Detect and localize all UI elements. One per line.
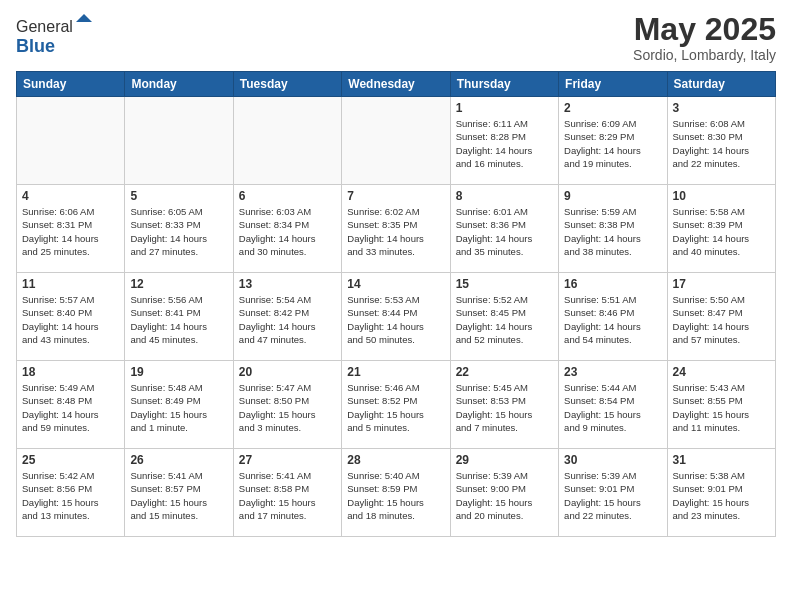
calendar-cell: 18Sunrise: 5:49 AM Sunset: 8:48 PM Dayli… [17,361,125,449]
weekday-header-tuesday: Tuesday [233,72,341,97]
day-info: Sunrise: 5:49 AM Sunset: 8:48 PM Dayligh… [22,381,119,434]
weekday-header-wednesday: Wednesday [342,72,450,97]
day-info: Sunrise: 6:01 AM Sunset: 8:36 PM Dayligh… [456,205,553,258]
calendar-cell: 7Sunrise: 6:02 AM Sunset: 8:35 PM Daylig… [342,185,450,273]
calendar-cell: 31Sunrise: 5:38 AM Sunset: 9:01 PM Dayli… [667,449,775,537]
week-row-0: 1Sunrise: 6:11 AM Sunset: 8:28 PM Daylig… [17,97,776,185]
day-number: 1 [456,101,553,115]
week-row-2: 11Sunrise: 5:57 AM Sunset: 8:40 PM Dayli… [17,273,776,361]
logo-blue-text: Blue [16,36,55,56]
calendar-cell: 17Sunrise: 5:50 AM Sunset: 8:47 PM Dayli… [667,273,775,361]
day-info: Sunrise: 5:56 AM Sunset: 8:41 PM Dayligh… [130,293,227,346]
day-number: 21 [347,365,444,379]
day-number: 16 [564,277,661,291]
calendar-cell: 22Sunrise: 5:45 AM Sunset: 8:53 PM Dayli… [450,361,558,449]
day-info: Sunrise: 5:48 AM Sunset: 8:49 PM Dayligh… [130,381,227,434]
day-number: 15 [456,277,553,291]
calendar-cell: 9Sunrise: 5:59 AM Sunset: 8:38 PM Daylig… [559,185,667,273]
calendar-cell: 16Sunrise: 5:51 AM Sunset: 8:46 PM Dayli… [559,273,667,361]
day-info: Sunrise: 5:41 AM Sunset: 8:58 PM Dayligh… [239,469,336,522]
day-info: Sunrise: 6:03 AM Sunset: 8:34 PM Dayligh… [239,205,336,258]
calendar-cell: 4Sunrise: 6:06 AM Sunset: 8:31 PM Daylig… [17,185,125,273]
location-text: Sordio, Lombardy, Italy [633,47,776,63]
week-row-1: 4Sunrise: 6:06 AM Sunset: 8:31 PM Daylig… [17,185,776,273]
day-info: Sunrise: 5:54 AM Sunset: 8:42 PM Dayligh… [239,293,336,346]
day-number: 3 [673,101,770,115]
calendar-cell: 2Sunrise: 6:09 AM Sunset: 8:29 PM Daylig… [559,97,667,185]
day-number: 25 [22,453,119,467]
calendar-table: SundayMondayTuesdayWednesdayThursdayFrid… [16,71,776,537]
day-info: Sunrise: 5:52 AM Sunset: 8:45 PM Dayligh… [456,293,553,346]
calendar-cell: 5Sunrise: 6:05 AM Sunset: 8:33 PM Daylig… [125,185,233,273]
calendar-cell: 8Sunrise: 6:01 AM Sunset: 8:36 PM Daylig… [450,185,558,273]
day-number: 26 [130,453,227,467]
weekday-header-friday: Friday [559,72,667,97]
day-number: 10 [673,189,770,203]
day-number: 7 [347,189,444,203]
calendar-cell: 13Sunrise: 5:54 AM Sunset: 8:42 PM Dayli… [233,273,341,361]
day-info: Sunrise: 6:06 AM Sunset: 8:31 PM Dayligh… [22,205,119,258]
calendar-cell: 25Sunrise: 5:42 AM Sunset: 8:56 PM Dayli… [17,449,125,537]
day-info: Sunrise: 6:05 AM Sunset: 8:33 PM Dayligh… [130,205,227,258]
day-info: Sunrise: 6:09 AM Sunset: 8:29 PM Dayligh… [564,117,661,170]
day-info: Sunrise: 5:51 AM Sunset: 8:46 PM Dayligh… [564,293,661,346]
day-info: Sunrise: 5:50 AM Sunset: 8:47 PM Dayligh… [673,293,770,346]
calendar-cell: 29Sunrise: 5:39 AM Sunset: 9:00 PM Dayli… [450,449,558,537]
day-info: Sunrise: 5:43 AM Sunset: 8:55 PM Dayligh… [673,381,770,434]
weekday-header-row: SundayMondayTuesdayWednesdayThursdayFrid… [17,72,776,97]
logo: General Blue [16,12,94,57]
calendar-cell: 30Sunrise: 5:39 AM Sunset: 9:01 PM Dayli… [559,449,667,537]
day-number: 12 [130,277,227,291]
weekday-header-monday: Monday [125,72,233,97]
day-number: 11 [22,277,119,291]
calendar-cell: 19Sunrise: 5:48 AM Sunset: 8:49 PM Dayli… [125,361,233,449]
day-number: 2 [564,101,661,115]
calendar-cell: 23Sunrise: 5:44 AM Sunset: 8:54 PM Dayli… [559,361,667,449]
svg-marker-0 [76,14,92,22]
day-info: Sunrise: 6:08 AM Sunset: 8:30 PM Dayligh… [673,117,770,170]
calendar-cell [342,97,450,185]
calendar-cell [17,97,125,185]
day-number: 19 [130,365,227,379]
calendar-cell: 20Sunrise: 5:47 AM Sunset: 8:50 PM Dayli… [233,361,341,449]
calendar-cell: 15Sunrise: 5:52 AM Sunset: 8:45 PM Dayli… [450,273,558,361]
calendar-cell: 11Sunrise: 5:57 AM Sunset: 8:40 PM Dayli… [17,273,125,361]
weekday-header-sunday: Sunday [17,72,125,97]
day-info: Sunrise: 5:39 AM Sunset: 9:00 PM Dayligh… [456,469,553,522]
logo-general-text: General [16,18,73,35]
day-info: Sunrise: 5:58 AM Sunset: 8:39 PM Dayligh… [673,205,770,258]
calendar-cell: 14Sunrise: 5:53 AM Sunset: 8:44 PM Dayli… [342,273,450,361]
calendar-cell [233,97,341,185]
day-info: Sunrise: 5:44 AM Sunset: 8:54 PM Dayligh… [564,381,661,434]
week-row-4: 25Sunrise: 5:42 AM Sunset: 8:56 PM Dayli… [17,449,776,537]
day-number: 5 [130,189,227,203]
calendar-cell: 24Sunrise: 5:43 AM Sunset: 8:55 PM Dayli… [667,361,775,449]
day-number: 27 [239,453,336,467]
day-info: Sunrise: 5:57 AM Sunset: 8:40 PM Dayligh… [22,293,119,346]
calendar-cell: 26Sunrise: 5:41 AM Sunset: 8:57 PM Dayli… [125,449,233,537]
day-info: Sunrise: 6:02 AM Sunset: 8:35 PM Dayligh… [347,205,444,258]
day-number: 13 [239,277,336,291]
day-info: Sunrise: 5:53 AM Sunset: 8:44 PM Dayligh… [347,293,444,346]
day-number: 18 [22,365,119,379]
day-info: Sunrise: 5:39 AM Sunset: 9:01 PM Dayligh… [564,469,661,522]
day-info: Sunrise: 5:41 AM Sunset: 8:57 PM Dayligh… [130,469,227,522]
weekday-header-saturday: Saturday [667,72,775,97]
calendar-cell: 21Sunrise: 5:46 AM Sunset: 8:52 PM Dayli… [342,361,450,449]
day-number: 30 [564,453,661,467]
day-number: 29 [456,453,553,467]
day-number: 14 [347,277,444,291]
day-info: Sunrise: 5:47 AM Sunset: 8:50 PM Dayligh… [239,381,336,434]
weekday-header-thursday: Thursday [450,72,558,97]
calendar-cell: 12Sunrise: 5:56 AM Sunset: 8:41 PM Dayli… [125,273,233,361]
day-number: 31 [673,453,770,467]
calendar-cell: 3Sunrise: 6:08 AM Sunset: 8:30 PM Daylig… [667,97,775,185]
calendar-cell: 28Sunrise: 5:40 AM Sunset: 8:59 PM Dayli… [342,449,450,537]
calendar-cell: 10Sunrise: 5:58 AM Sunset: 8:39 PM Dayli… [667,185,775,273]
day-number: 4 [22,189,119,203]
calendar-cell: 1Sunrise: 6:11 AM Sunset: 8:28 PM Daylig… [450,97,558,185]
logo-icon [74,12,94,32]
day-info: Sunrise: 5:45 AM Sunset: 8:53 PM Dayligh… [456,381,553,434]
day-number: 9 [564,189,661,203]
week-row-3: 18Sunrise: 5:49 AM Sunset: 8:48 PM Dayli… [17,361,776,449]
